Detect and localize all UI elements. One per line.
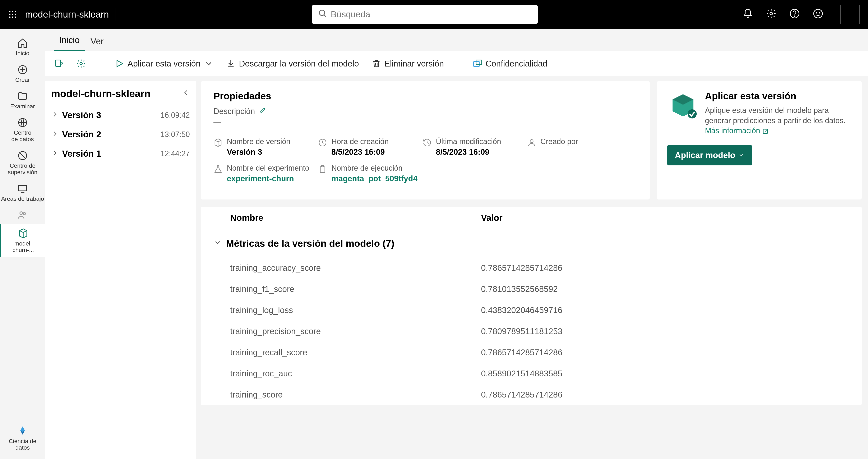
main-scroll[interactable]: Propiedades Descripción — Nombre de vers…	[201, 76, 868, 459]
version-row[interactable]: Versión 316:09:42	[51, 105, 190, 125]
notifications-icon[interactable]	[743, 8, 753, 21]
version-row[interactable]: Versión 112:44:27	[51, 144, 190, 163]
search-box[interactable]	[312, 5, 538, 24]
nav-monitor[interactable]: Centro desupervisión	[0, 146, 45, 179]
history-icon	[423, 138, 432, 147]
svg-point-1	[12, 11, 13, 12]
breadcrumb-title[interactable]: model-churn-sklearn	[25, 8, 115, 21]
clipboard-icon	[318, 164, 327, 174]
flask-icon	[213, 164, 223, 174]
collapse-panel-icon[interactable]	[182, 89, 190, 98]
clock-icon	[318, 138, 327, 147]
delete-version-button[interactable]: Eliminar versión	[369, 55, 446, 72]
chevron-down-icon	[213, 238, 222, 249]
nav-browse[interactable]: Examinar	[0, 87, 45, 114]
metric-row: training_log_loss0.4383202046459716	[201, 300, 862, 321]
svg-point-15	[816, 12, 817, 13]
feedback-icon[interactable]	[813, 8, 823, 21]
svg-line-10	[324, 14, 326, 17]
cube-icon	[213, 138, 223, 147]
svg-point-2	[14, 11, 16, 12]
content-area: Inicio Ver Aplicar esta versión Descarga…	[45, 29, 868, 459]
version-name: Versión 1	[62, 149, 101, 159]
properties-card: Propiedades Descripción — Nombre de vers…	[201, 81, 650, 200]
metric-value: 0.7865714285714286	[481, 263, 562, 273]
metric-row: training_precision_score0.78097895111812…	[201, 321, 862, 342]
help-icon[interactable]	[789, 8, 800, 21]
chevron-right-icon	[51, 130, 58, 139]
metric-name: training_score	[230, 390, 481, 399]
properties-title: Propiedades	[213, 90, 637, 102]
download-model-button[interactable]: Descargar la versión del modelo	[224, 55, 361, 72]
apply-model-button[interactable]: Aplicar modelo	[667, 145, 752, 165]
svg-point-4	[12, 13, 13, 15]
versions-panel: model-churn-sklearn Versión 316:09:42Ver…	[45, 81, 196, 459]
refresh-button[interactable]	[52, 55, 66, 72]
svg-point-13	[794, 16, 795, 16]
person-icon	[527, 138, 536, 147]
svg-point-9	[319, 10, 325, 16]
version-time: 13:07:50	[160, 130, 190, 139]
nav-home[interactable]: Inicio	[0, 34, 45, 60]
avatar[interactable]	[840, 5, 860, 24]
svg-rect-34	[474, 61, 479, 66]
version-row[interactable]: Versión 213:07:50	[51, 125, 190, 144]
metric-name: training_log_loss	[230, 306, 481, 315]
metric-row: training_accuracy_score0.786571428571428…	[201, 257, 862, 279]
metric-row: training_score0.7865714285714286	[201, 384, 862, 405]
nav-workspaces[interactable]: Áreas de trabajo	[0, 179, 45, 206]
svg-point-6	[9, 17, 10, 18]
versions-panel-title: model-churn-sklearn	[51, 88, 151, 99]
svg-rect-27	[56, 60, 61, 66]
svg-point-40	[688, 110, 697, 119]
edit-description-icon[interactable]	[259, 106, 266, 116]
version-time: 12:44:27	[160, 149, 190, 158]
tab-home[interactable]: Inicio	[54, 31, 85, 51]
metric-value: 0.7865714285714286	[481, 390, 562, 399]
metrics-section: Nombre Valor Métricas de la versión del …	[201, 207, 862, 405]
svg-line-22	[20, 152, 26, 159]
nav-data-center[interactable]: Centrode datos	[0, 113, 45, 146]
svg-point-16	[819, 12, 820, 13]
version-name: Versión 3	[62, 110, 101, 120]
svg-marker-29	[117, 60, 123, 67]
svg-point-7	[12, 17, 13, 18]
svg-point-37	[530, 140, 533, 143]
metric-value: 0.4383202046459716	[481, 306, 562, 315]
nav-model-active[interactable]: model-churn-...	[0, 224, 45, 257]
metrics-col-value: Valor	[481, 213, 502, 223]
nav-data-science[interactable]: Ciencia dedatos	[0, 422, 45, 455]
metrics-col-name: Nombre	[230, 213, 481, 223]
settings-icon[interactable]	[766, 8, 776, 21]
svg-point-8	[14, 17, 16, 18]
app-launcher-button[interactable]	[0, 9, 25, 20]
run-link[interactable]: magenta_pot_509tfyd4	[331, 174, 417, 183]
more-info-link[interactable]: Más información	[705, 126, 769, 135]
tab-view[interactable]: Ver	[85, 32, 109, 51]
apply-version-button[interactable]: Aplicar esta versión	[113, 55, 216, 72]
chevron-right-icon	[51, 111, 58, 120]
confidentiality-button[interactable]: Confidencialidad	[470, 55, 549, 72]
svg-point-0	[9, 11, 10, 12]
settings-button[interactable]	[74, 55, 88, 72]
apply-card-title: Aplicar esta versión	[705, 90, 851, 102]
nav-create[interactable]: Crear	[0, 60, 45, 87]
metric-value: 0.7865714285714286	[481, 348, 562, 357]
metric-name: training_roc_auc	[230, 369, 481, 378]
app-header: model-churn-sklearn	[0, 0, 868, 29]
svg-point-28	[80, 62, 82, 65]
svg-point-14	[814, 9, 823, 18]
toolbar: Aplicar esta versión Descargar la versió…	[45, 51, 868, 76]
tabs-row: Inicio Ver	[45, 29, 868, 51]
description-label: Descripción	[213, 107, 255, 116]
nav-people[interactable]	[0, 206, 45, 224]
svg-point-3	[9, 13, 10, 15]
left-nav: Inicio Crear Examinar Centrode datos Cen…	[0, 29, 45, 459]
search-input[interactable]	[331, 9, 531, 20]
model-cube-icon	[667, 90, 699, 122]
chevron-right-icon	[51, 149, 58, 158]
metric-value: 0.7809789511181253	[481, 327, 562, 336]
metrics-group-toggle[interactable]: Métricas de la versión del modelo (7)	[201, 230, 862, 257]
metric-value: 0.8589021514883585	[481, 369, 562, 378]
experiment-link[interactable]: experiment-churn	[227, 174, 309, 183]
